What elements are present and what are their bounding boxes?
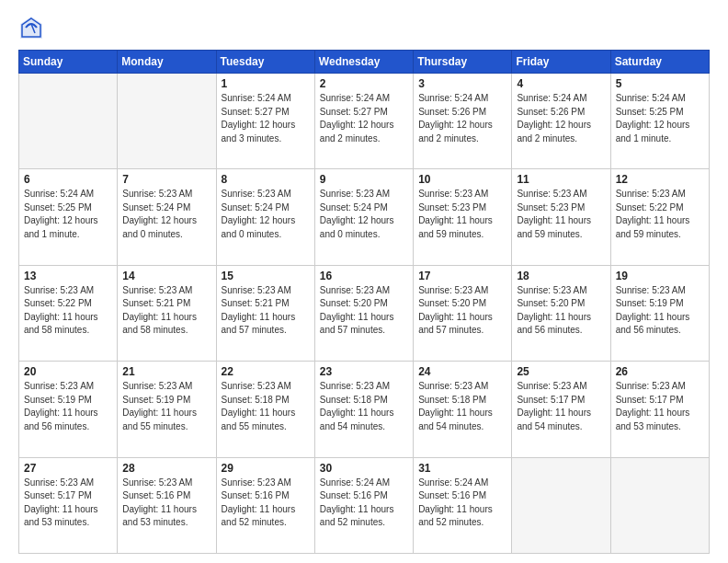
calendar-week-row: 20Sunrise: 5:23 AM Sunset: 5:19 PM Dayli… xyxy=(19,362,710,457)
page: SundayMondayTuesdayWednesdayThursdayFrid… xyxy=(0,0,728,563)
day-info: Sunrise: 5:23 AM Sunset: 5:24 PM Dayligh… xyxy=(320,188,408,241)
calendar-week-row: 1Sunrise: 5:24 AM Sunset: 5:27 PM Daylig… xyxy=(19,74,710,169)
calendar-cell: 31Sunrise: 5:24 AM Sunset: 5:16 PM Dayli… xyxy=(414,457,512,553)
calendar-cell: 21Sunrise: 5:23 AM Sunset: 5:19 PM Dayli… xyxy=(118,362,216,457)
calendar-cell: 24Sunrise: 5:23 AM Sunset: 5:18 PM Dayli… xyxy=(414,362,512,457)
header-cell-wednesday: Wednesday xyxy=(314,51,413,74)
day-info: Sunrise: 5:23 AM Sunset: 5:21 PM Dayligh… xyxy=(222,284,310,338)
calendar-cell: 8Sunrise: 5:23 AM Sunset: 5:24 PM Daylig… xyxy=(216,169,314,265)
calendar-cell: 30Sunrise: 5:24 AM Sunset: 5:16 PM Dayli… xyxy=(314,457,413,553)
calendar-cell: 28Sunrise: 5:23 AM Sunset: 5:16 PM Dayli… xyxy=(118,457,216,553)
day-info: Sunrise: 5:23 AM Sunset: 5:20 PM Dayligh… xyxy=(320,284,408,338)
day-info: Sunrise: 5:23 AM Sunset: 5:19 PM Dayligh… xyxy=(122,380,210,433)
day-info: Sunrise: 5:23 AM Sunset: 5:17 PM Dayligh… xyxy=(616,380,704,433)
day-number: 4 xyxy=(517,77,605,90)
day-info: Sunrise: 5:24 AM Sunset: 5:27 PM Dayligh… xyxy=(222,92,310,145)
calendar-cell: 6Sunrise: 5:24 AM Sunset: 5:25 PM Daylig… xyxy=(19,169,118,265)
calendar-cell: 12Sunrise: 5:23 AM Sunset: 5:22 PM Dayli… xyxy=(610,169,709,265)
calendar-cell xyxy=(512,457,610,553)
day-number: 17 xyxy=(418,270,506,282)
day-info: Sunrise: 5:24 AM Sunset: 5:26 PM Dayligh… xyxy=(418,92,506,145)
calendar-cell: 19Sunrise: 5:23 AM Sunset: 5:19 PM Dayli… xyxy=(610,265,709,361)
day-info: Sunrise: 5:23 AM Sunset: 5:18 PM Dayligh… xyxy=(418,380,506,433)
calendar-week-row: 13Sunrise: 5:23 AM Sunset: 5:22 PM Dayli… xyxy=(19,265,710,361)
day-info: Sunrise: 5:23 AM Sunset: 5:16 PM Dayligh… xyxy=(122,477,210,530)
day-number: 14 xyxy=(122,270,210,282)
day-number: 16 xyxy=(320,270,408,282)
svg-marker-1 xyxy=(20,17,42,39)
day-number: 21 xyxy=(122,365,210,378)
header-cell-sunday: Sunday xyxy=(19,51,118,74)
day-info: Sunrise: 5:23 AM Sunset: 5:19 PM Dayligh… xyxy=(24,380,112,433)
calendar-cell: 5Sunrise: 5:24 AM Sunset: 5:25 PM Daylig… xyxy=(610,74,709,169)
day-number: 7 xyxy=(122,173,210,186)
day-number: 31 xyxy=(418,462,506,475)
header-cell-friday: Friday xyxy=(512,51,610,74)
day-number: 19 xyxy=(616,270,704,282)
day-info: Sunrise: 5:24 AM Sunset: 5:27 PM Dayligh… xyxy=(320,92,408,145)
day-info: Sunrise: 5:23 AM Sunset: 5:17 PM Dayligh… xyxy=(517,380,605,433)
day-number: 9 xyxy=(320,173,408,186)
day-info: Sunrise: 5:23 AM Sunset: 5:18 PM Dayligh… xyxy=(320,380,408,433)
calendar-cell: 3Sunrise: 5:24 AM Sunset: 5:26 PM Daylig… xyxy=(414,74,512,169)
day-number: 26 xyxy=(616,365,704,378)
calendar-week-row: 6Sunrise: 5:24 AM Sunset: 5:25 PM Daylig… xyxy=(19,169,710,265)
calendar-cell xyxy=(610,457,709,553)
header-cell-thursday: Thursday xyxy=(414,51,512,74)
day-number: 11 xyxy=(517,173,605,186)
day-info: Sunrise: 5:24 AM Sunset: 5:25 PM Dayligh… xyxy=(616,92,704,145)
calendar-cell: 27Sunrise: 5:23 AM Sunset: 5:17 PM Dayli… xyxy=(19,457,118,553)
calendar-cell: 14Sunrise: 5:23 AM Sunset: 5:21 PM Dayli… xyxy=(118,265,216,361)
day-number: 24 xyxy=(418,365,506,378)
header-cell-monday: Monday xyxy=(118,51,216,74)
day-number: 2 xyxy=(320,77,408,90)
calendar-cell: 9Sunrise: 5:23 AM Sunset: 5:24 PM Daylig… xyxy=(314,169,413,265)
calendar-cell: 17Sunrise: 5:23 AM Sunset: 5:20 PM Dayli… xyxy=(414,265,512,361)
calendar-cell: 22Sunrise: 5:23 AM Sunset: 5:18 PM Dayli… xyxy=(216,362,314,457)
day-number: 23 xyxy=(320,365,408,378)
day-info: Sunrise: 5:23 AM Sunset: 5:22 PM Dayligh… xyxy=(24,284,112,338)
calendar-cell: 15Sunrise: 5:23 AM Sunset: 5:21 PM Dayli… xyxy=(216,265,314,361)
day-info: Sunrise: 5:23 AM Sunset: 5:20 PM Dayligh… xyxy=(517,284,605,338)
day-info: Sunrise: 5:23 AM Sunset: 5:23 PM Dayligh… xyxy=(418,188,506,241)
calendar-cell: 13Sunrise: 5:23 AM Sunset: 5:22 PM Dayli… xyxy=(19,265,118,361)
calendar-cell: 16Sunrise: 5:23 AM Sunset: 5:20 PM Dayli… xyxy=(314,265,413,361)
day-info: Sunrise: 5:23 AM Sunset: 5:20 PM Dayligh… xyxy=(418,284,506,338)
day-info: Sunrise: 5:24 AM Sunset: 5:16 PM Dayligh… xyxy=(320,477,408,530)
day-info: Sunrise: 5:23 AM Sunset: 5:24 PM Dayligh… xyxy=(122,188,210,241)
day-number: 13 xyxy=(24,270,112,282)
calendar-week-row: 27Sunrise: 5:23 AM Sunset: 5:17 PM Dayli… xyxy=(19,457,710,553)
day-info: Sunrise: 5:23 AM Sunset: 5:23 PM Dayligh… xyxy=(517,188,605,241)
day-number: 5 xyxy=(616,77,704,90)
day-number: 3 xyxy=(418,77,506,90)
day-number: 29 xyxy=(222,462,310,475)
calendar-cell: 11Sunrise: 5:23 AM Sunset: 5:23 PM Dayli… xyxy=(512,169,610,265)
day-info: Sunrise: 5:24 AM Sunset: 5:25 PM Dayligh… xyxy=(24,188,112,241)
day-info: Sunrise: 5:23 AM Sunset: 5:24 PM Dayligh… xyxy=(222,188,310,241)
day-number: 12 xyxy=(616,173,704,186)
day-number: 6 xyxy=(24,173,112,186)
day-info: Sunrise: 5:24 AM Sunset: 5:26 PM Dayligh… xyxy=(517,92,605,145)
calendar-table: SundayMondayTuesdayWednesdayThursdayFrid… xyxy=(18,50,710,554)
day-number: 18 xyxy=(517,270,605,282)
calendar-cell: 18Sunrise: 5:23 AM Sunset: 5:20 PM Dayli… xyxy=(512,265,610,361)
header-cell-tuesday: Tuesday xyxy=(216,51,314,74)
calendar-cell xyxy=(19,74,118,169)
calendar-cell: 4Sunrise: 5:24 AM Sunset: 5:26 PM Daylig… xyxy=(512,74,610,169)
header xyxy=(18,15,710,40)
header-cell-saturday: Saturday xyxy=(610,51,709,74)
calendar-cell: 2Sunrise: 5:24 AM Sunset: 5:27 PM Daylig… xyxy=(314,74,413,169)
calendar-header-row: SundayMondayTuesdayWednesdayThursdayFrid… xyxy=(19,51,710,74)
day-number: 8 xyxy=(222,173,310,186)
day-number: 15 xyxy=(222,270,310,282)
day-info: Sunrise: 5:23 AM Sunset: 5:21 PM Dayligh… xyxy=(122,284,210,338)
calendar-cell: 26Sunrise: 5:23 AM Sunset: 5:17 PM Dayli… xyxy=(610,362,709,457)
day-number: 30 xyxy=(320,462,408,475)
day-number: 1 xyxy=(222,77,310,90)
day-number: 10 xyxy=(418,173,506,186)
logo xyxy=(18,15,48,40)
day-number: 22 xyxy=(222,365,310,378)
day-info: Sunrise: 5:23 AM Sunset: 5:16 PM Dayligh… xyxy=(222,477,310,530)
calendar-cell: 1Sunrise: 5:24 AM Sunset: 5:27 PM Daylig… xyxy=(216,74,314,169)
day-number: 25 xyxy=(517,365,605,378)
